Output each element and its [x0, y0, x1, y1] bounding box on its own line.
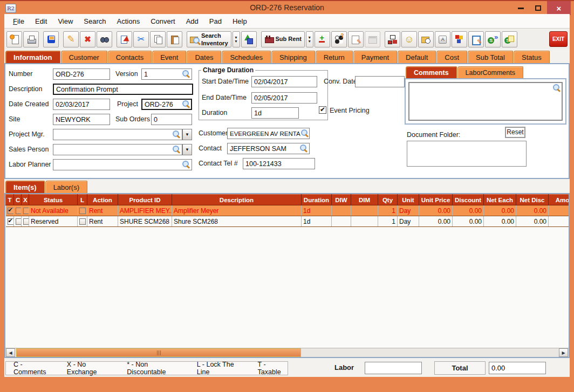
project-mgr-field[interactable]: [53, 129, 182, 140]
menu-file[interactable]: File: [8, 17, 30, 25]
col-product-id[interactable]: Product ID: [118, 195, 172, 205]
col-unit-price[interactable]: Unit Price: [419, 195, 453, 205]
tab-items[interactable]: Item(s): [5, 181, 45, 193]
comments-checkbox[interactable]: [16, 218, 22, 225]
col-net-disc[interactable]: Net Disc: [516, 195, 549, 205]
tab-labor-comments[interactable]: LaborComments: [457, 66, 523, 78]
sub-orders-field[interactable]: [151, 114, 192, 125]
tab-payment[interactable]: Payment: [353, 51, 397, 63]
date-created-field[interactable]: [53, 99, 110, 110]
menu-convert[interactable]: Convert: [145, 17, 181, 25]
tab-event[interactable]: Event: [152, 51, 186, 63]
save-button[interactable]: [43, 31, 59, 47]
history-folder-button[interactable]: [418, 31, 434, 47]
labor-planner-field[interactable]: [53, 159, 192, 170]
conv-date-field[interactable]: [355, 76, 405, 87]
modules-button[interactable]: [452, 31, 467, 47]
col-comments[interactable]: C: [14, 195, 22, 205]
tab-comments[interactable]: Comments: [406, 66, 457, 78]
customer-service-button[interactable]: ☺: [401, 31, 417, 47]
close-button[interactable]: ×: [547, 1, 571, 15]
sales-note-button[interactable]: [502, 31, 517, 47]
document-folder-box[interactable]: [407, 141, 527, 167]
org-chart-button[interactable]: [385, 31, 400, 47]
site-field[interactable]: [53, 114, 110, 125]
menu-search[interactable]: Search: [78, 17, 111, 25]
tab-schedules[interactable]: Schedules: [222, 51, 271, 63]
scrollbar-thumb[interactable]: [16, 348, 301, 357]
col-diw[interactable]: DIW: [332, 195, 351, 205]
shortcut-key-button[interactable]: [435, 31, 450, 47]
cut-button[interactable]: ✂: [133, 31, 149, 47]
project-mgr-dropdown[interactable]: ▼: [182, 129, 192, 140]
menu-pad[interactable]: Pad: [204, 17, 227, 25]
menu-edit[interactable]: Edit: [30, 17, 52, 25]
lock-checkbox[interactable]: [79, 208, 86, 214]
reset-button[interactable]: Reset: [505, 127, 525, 138]
col-lock[interactable]: L: [78, 195, 87, 205]
contact-field[interactable]: [227, 143, 310, 154]
duration-field[interactable]: [251, 107, 299, 119]
tab-return[interactable]: Return: [316, 51, 353, 63]
col-no-exchange[interactable]: X: [22, 195, 29, 205]
menu-help[interactable]: Help: [227, 17, 252, 25]
horizontal-scrollbar[interactable]: ◀ ▶: [5, 348, 569, 357]
labor-planner-search-icon[interactable]: [182, 161, 190, 168]
col-action[interactable]: Action: [87, 195, 118, 205]
table-row[interactable]: Reserved Rent SHURE SCM268 Shure SCM268 …: [6, 216, 569, 227]
description-field[interactable]: [53, 84, 193, 95]
tab-sub-total[interactable]: Sub Total: [468, 51, 513, 63]
edit-button[interactable]: ✎: [63, 31, 79, 47]
lock-checkbox[interactable]: [79, 218, 86, 225]
calendar-button[interactable]: [365, 31, 380, 47]
col-unit[interactable]: Unit: [398, 195, 419, 205]
event-pricing-checkbox[interactable]: [319, 106, 326, 114]
menu-add[interactable]: Add: [181, 17, 204, 25]
comments-textarea[interactable]: [409, 83, 562, 120]
col-dim[interactable]: DIM: [351, 195, 378, 205]
sub-rent-button[interactable]: Sub Rent: [261, 31, 305, 47]
project-search-icon[interactable]: [182, 100, 190, 108]
version-search-icon[interactable]: [182, 70, 190, 78]
tab-labors[interactable]: Labor(s): [45, 181, 87, 193]
no-exchange-checkbox[interactable]: [23, 218, 29, 225]
tab-contacts[interactable]: Contacts: [108, 51, 152, 63]
copy-button[interactable]: [150, 31, 166, 47]
comments-search-icon[interactable]: [553, 84, 561, 92]
tab-shipping[interactable]: Shipping: [271, 51, 315, 63]
print-button[interactable]: [23, 31, 39, 47]
comments-checkbox[interactable]: [16, 208, 22, 214]
sales-person-search-icon[interactable]: [173, 146, 180, 153]
table-row[interactable]: Not Available Rent AMPLIFIER MEY... Ampl…: [6, 205, 569, 216]
end-date-field[interactable]: [251, 92, 317, 104]
tab-dates[interactable]: Dates: [187, 51, 221, 63]
total-button[interactable]: Total: [434, 361, 486, 375]
project-mgr-search-icon[interactable]: [173, 130, 180, 138]
sub-rent-dropdown[interactable]: ▼ ▼: [306, 31, 313, 47]
new-order-button[interactable]: [6, 31, 22, 47]
sales-forward-button[interactable]: [485, 31, 501, 47]
contact-search-icon[interactable]: [300, 145, 308, 152]
shapes-button[interactable]: [241, 31, 257, 47]
col-status[interactable]: Status: [29, 195, 78, 205]
notes-button[interactable]: [348, 31, 364, 47]
customer-field[interactable]: [227, 128, 310, 139]
add-remove-line-button[interactable]: [315, 31, 330, 47]
delete-button[interactable]: ✖: [80, 31, 95, 47]
tab-information[interactable]: Information: [5, 51, 60, 63]
customer-search-icon[interactable]: [301, 129, 309, 137]
col-net-each[interactable]: Net Each: [484, 195, 516, 205]
sales-person-dropdown[interactable]: ▼: [182, 144, 192, 155]
copy-special-button[interactable]: [117, 31, 132, 47]
search-inventory-dropdown[interactable]: ▼ ▼: [233, 31, 240, 47]
col-description[interactable]: Description: [172, 195, 302, 205]
tab-customer[interactable]: Customer: [61, 51, 107, 63]
tab-default[interactable]: Default: [398, 51, 436, 63]
sales-person-field[interactable]: [53, 144, 182, 155]
write-notes-button[interactable]: [468, 31, 484, 47]
no-exchange-checkbox[interactable]: [23, 208, 29, 214]
col-qty[interactable]: Qty: [378, 195, 398, 205]
taxable-checkbox[interactable]: [8, 218, 14, 225]
tab-status[interactable]: Status: [514, 51, 550, 63]
paste-button[interactable]: [167, 31, 182, 47]
